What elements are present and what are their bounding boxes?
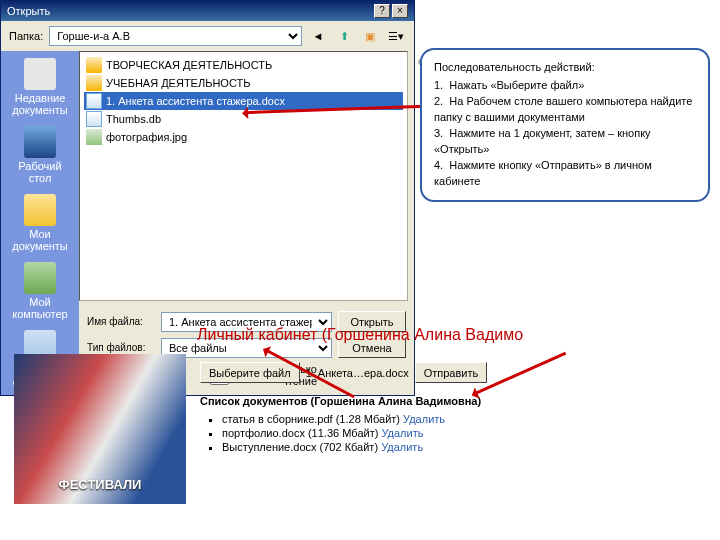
send-button[interactable]: Отправить [415,362,488,383]
delete-link[interactable]: Удалить [403,413,445,425]
close-button[interactable]: × [392,4,408,18]
docs-heading: Список документов (Горшенина Алина Вадим… [200,395,706,407]
sidebar-item-desktop[interactable]: Рабочий стол [5,123,75,187]
list-item: портфолио.docx (11.36 Мбайт) Удалить [222,427,706,439]
back-icon[interactable]: ◄ [308,26,328,46]
docs-list: статья в сборнике.pdf (1.28 Мбайт) Удали… [200,413,706,453]
help-button[interactable]: ? [374,4,390,18]
file-list[interactable]: ТВОРЧЕСКАЯ ДЕЯТЕЛЬНОСТЬ УЧЕБНАЯ ДЕЯТЕЛЬН… [79,51,408,301]
folder-icon [86,75,102,91]
views-icon[interactable]: ☰▾ [386,26,406,46]
delete-link[interactable]: Удалить [381,427,423,439]
folder-label: Папка: [9,30,43,42]
image-icon [86,129,102,145]
list-item[interactable]: УЧЕБНАЯ ДЕЯТЕЛЬНОСТЬ [84,74,403,92]
poster-image: ФЕСТИВАЛИ [14,354,186,504]
file-icon [86,111,102,127]
sidebar-item-mycomputer[interactable]: Мой компьютер [5,259,75,323]
up-icon[interactable]: ⬆ [334,26,354,46]
word-icon [86,93,102,109]
list-item[interactable]: фотография.jpg [84,128,403,146]
dialog-title: Открыть [7,5,50,17]
list-item[interactable]: ТВОРЧЕСКАЯ ДЕЯТЕЛЬНОСТЬ [84,56,403,74]
sidebar-item-mydocs[interactable]: Мои документы [5,191,75,255]
poster-caption: ФЕСТИВАЛИ [14,477,186,492]
titlebar: Открыть ? × [1,1,414,21]
callout-title: Последовательность действий: [434,60,696,76]
new-folder-icon[interactable]: ▣ [360,26,380,46]
list-item: Выступление.docx (702 Кбайт) Удалить [222,441,706,453]
folder-icon [86,57,102,73]
folder-select[interactable]: Горше-и-а А.В [49,26,302,46]
page-title: Личный кабинет (Горшенина Алина Вадимо [0,326,720,344]
sidebar-item-recent[interactable]: Недавние документы [5,55,75,119]
choose-file-button[interactable]: Выберите файл [200,362,300,383]
toolbar: Папка: Горше-и-а А.В ◄ ⬆ ▣ ☰▾ [1,21,414,51]
instruction-callout: Последовательность действий: 1. Нажать «… [420,48,710,202]
list-item: статья в сборнике.pdf (1.28 Мбайт) Удали… [222,413,706,425]
delete-link[interactable]: Удалить [381,441,423,453]
